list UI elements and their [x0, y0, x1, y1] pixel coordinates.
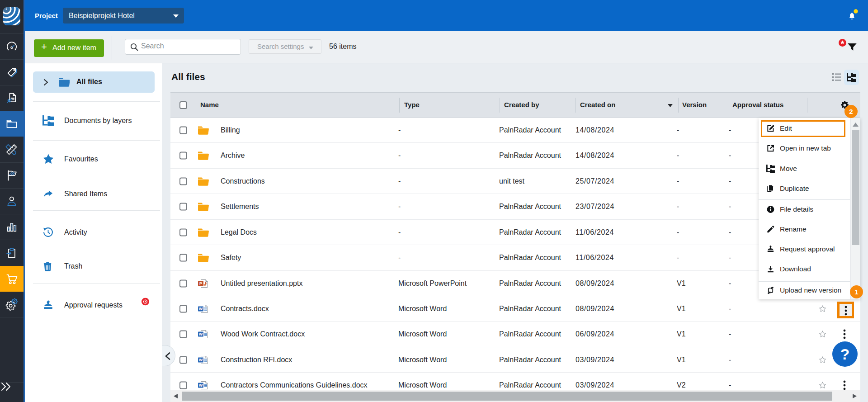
svg-text:W: W	[199, 383, 203, 388]
svg-text:P: P	[199, 281, 202, 286]
svg-text:W: W	[199, 332, 203, 336]
svg-text:W: W	[199, 307, 203, 311]
svg-text:W: W	[199, 358, 203, 362]
